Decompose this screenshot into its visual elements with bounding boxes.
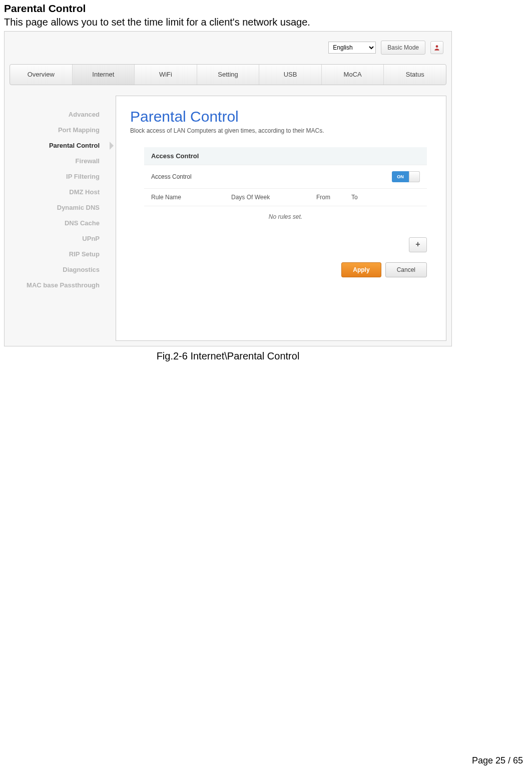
rules-empty-text: No rules set.: [144, 206, 427, 227]
svg-point-0: [436, 45, 438, 48]
cancel-button[interactable]: Cancel: [385, 262, 427, 277]
access-control-toggle[interactable]: ON: [392, 171, 420, 182]
router-screenshot: English Basic Mode Overview Internet WiF…: [4, 31, 452, 346]
page-subtitle: Block access of LAN Computers at given t…: [130, 127, 432, 134]
tab-setting[interactable]: Setting: [197, 65, 260, 85]
access-control-label: Access Control: [151, 173, 392, 180]
section-header: Access Control: [144, 147, 427, 165]
tab-internet[interactable]: Internet: [73, 65, 135, 85]
col-rule-name: Rule Name: [151, 194, 231, 201]
sidebar-item-upnp[interactable]: UPnP: [5, 231, 110, 246]
user-icon[interactable]: [430, 41, 443, 54]
add-rule-button[interactable]: +: [409, 237, 427, 252]
sidebar-item-advanced[interactable]: Advanced: [5, 107, 110, 122]
sidebar-item-dynamic-dns[interactable]: Dynamic DNS: [5, 200, 110, 215]
tab-overview[interactable]: Overview: [10, 65, 73, 85]
sidebar: Advanced Port Mapping Parental Control F…: [5, 107, 110, 293]
sidebar-item-dmz-host[interactable]: DMZ Host: [5, 184, 110, 200]
doc-description: This page allows you to set the time lim…: [4, 17, 528, 28]
tab-wifi[interactable]: WiFi: [135, 65, 197, 85]
main-tabs: Overview Internet WiFi Setting USB MoCA …: [10, 64, 446, 85]
col-from: From: [316, 194, 351, 201]
access-control-section: Access Control Access Control ON Rule Na…: [144, 147, 427, 277]
page-title: Parental Control: [130, 108, 432, 125]
tab-usb[interactable]: USB: [259, 65, 322, 85]
sidebar-item-mac-passthrough[interactable]: MAC base Passthrough: [5, 277, 110, 293]
action-row: Apply Cancel: [144, 262, 427, 277]
content-panel: Parental Control Block access of LAN Com…: [116, 96, 446, 341]
col-to: To: [351, 194, 381, 201]
sidebar-item-firewall[interactable]: Firewall: [5, 153, 110, 169]
basic-mode-button[interactable]: Basic Mode: [381, 41, 425, 55]
sidebar-item-ip-filtering[interactable]: IP Filtering: [5, 169, 110, 184]
apply-button[interactable]: Apply: [341, 262, 381, 277]
col-days: Days Of Week: [231, 194, 316, 201]
tab-status[interactable]: Status: [384, 65, 446, 85]
toggle-knob: [409, 171, 420, 182]
rules-table-header: Rule Name Days Of Week From To: [144, 189, 427, 206]
access-control-row: Access Control ON: [144, 165, 427, 189]
sidebar-item-rip-setup[interactable]: RIP Setup: [5, 246, 110, 262]
toggle-on-label: ON: [392, 171, 409, 182]
topbar: English Basic Mode: [328, 41, 443, 55]
sidebar-item-parental-control[interactable]: Parental Control: [5, 138, 110, 153]
tab-moca[interactable]: MoCA: [322, 65, 384, 85]
sidebar-item-diagnostics[interactable]: Diagnostics: [5, 262, 110, 277]
language-select[interactable]: English: [328, 42, 376, 54]
figure-caption: Fig.2-6 Internet\Parental Control: [4, 350, 452, 362]
doc-section-title: Parental Control: [4, 3, 528, 15]
sidebar-item-dns-cache[interactable]: DNS Cache: [5, 215, 110, 231]
sidebar-item-port-mapping[interactable]: Port Mapping: [5, 122, 110, 138]
